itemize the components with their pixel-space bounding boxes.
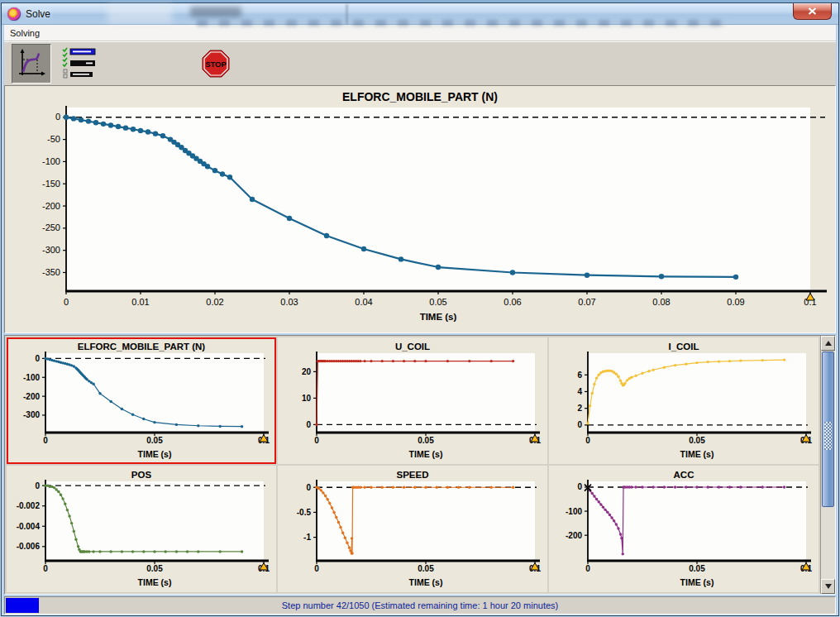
svg-text:0: 0 — [306, 419, 311, 428]
svg-text:-200: -200 — [23, 391, 40, 400]
svg-text:0.02: 0.02 — [206, 297, 223, 307]
svg-text:TIME (s): TIME (s) — [420, 312, 457, 322]
svg-text:0: 0 — [577, 420, 582, 429]
chart-speed: 0-0.5-100.050.1SPEEDTIME (s) — [280, 469, 545, 590]
svg-text:2: 2 — [577, 404, 582, 413]
svg-text:0: 0 — [64, 297, 69, 307]
svg-text:-50: -50 — [47, 134, 60, 144]
thumbnail-i_coil[interactable]: 024600.050.1I_COILTIME (s) — [549, 337, 819, 464]
scroll-down-button[interactable] — [821, 579, 835, 594]
curve-chart-icon — [16, 48, 47, 79]
svg-text:0.06: 0.06 — [504, 297, 521, 307]
svg-text:0.05: 0.05 — [146, 436, 163, 445]
svg-text:0: 0 — [35, 481, 40, 490]
curve-display-button[interactable] — [12, 44, 51, 84]
scroll-up-button[interactable] — [821, 336, 835, 351]
status-text: Step number 42/1050 (Estimated remaining… — [5, 597, 835, 614]
svg-text:0.09: 0.09 — [727, 297, 744, 307]
scroll-up-icon — [825, 341, 832, 346]
chart-pos: 0-0.002-0.004-0.00600.050.1POSTIME (s) — [9, 469, 274, 590]
svg-text:0: 0 — [55, 112, 60, 122]
svg-text:-100: -100 — [566, 506, 582, 515]
svg-text:-300: -300 — [42, 245, 60, 255]
svg-text:-0.002: -0.002 — [17, 501, 41, 510]
svg-text:U_COIL: U_COIL — [395, 342, 430, 352]
svg-text:SPEED: SPEED — [397, 470, 429, 480]
svg-text:POS: POS — [131, 470, 152, 480]
close-icon — [808, 7, 817, 15]
svg-text:0.05: 0.05 — [429, 297, 446, 307]
svg-text:ACC: ACC — [674, 470, 694, 480]
status-bar: Step number 42/1050 (Estimated remaining… — [4, 596, 836, 615]
svg-text:TIME (s): TIME (s) — [409, 449, 443, 459]
thumbnail-acc[interactable]: 0-100-20000.050.1ACCTIME (s) — [549, 466, 819, 592]
svg-text:TIME (s): TIME (s) — [680, 449, 714, 459]
screen: { "window": { "title": "Solve" }, "menu"… — [0, 0, 840, 617]
app-icon — [7, 7, 21, 21]
title-bar[interactable]: Solve — [2, 3, 838, 25]
svg-text:0: 0 — [585, 436, 590, 445]
svg-text:0.04: 0.04 — [355, 297, 372, 307]
svg-text:ELFORC_MOBILE_PART (N): ELFORC_MOBILE_PART (N) — [342, 90, 498, 103]
svg-text:TIME (s): TIME (s) — [680, 577, 714, 587]
svg-text:TIME (s): TIME (s) — [138, 449, 172, 459]
svg-text:-200: -200 — [42, 201, 60, 211]
svg-text:0: 0 — [577, 482, 582, 491]
thumbnail-elforc[interactable]: 0-100-200-30000.050.1ELFORC_MOBILE_PART … — [7, 337, 276, 464]
background-window-glimpse — [190, 7, 241, 17]
window-title: Solve — [26, 8, 50, 20]
svg-text:0.05: 0.05 — [689, 436, 705, 445]
menu-bar: Solving — [4, 25, 836, 41]
svg-text:0: 0 — [43, 436, 48, 445]
scrollbar-track[interactable] — [821, 508, 835, 579]
svg-text:0.05: 0.05 — [418, 436, 434, 445]
background-window-glimpse — [346, 4, 348, 24]
vertical-scrollbar[interactable] — [820, 336, 835, 594]
curve-list-icon — [61, 46, 98, 81]
svg-text:0.05: 0.05 — [146, 564, 163, 573]
svg-text:-350: -350 — [42, 267, 60, 277]
svg-text:0: 0 — [43, 564, 48, 573]
svg-text:4: 4 — [577, 386, 582, 395]
main-chart-panel: 0-50-100-150-200-250-300-35000.010.020.0… — [4, 85, 836, 333]
stop-label: STOP — [205, 60, 227, 69]
svg-text:0: 0 — [35, 353, 40, 362]
svg-text:TIME (s): TIME (s) — [138, 577, 172, 587]
svg-text:0.05: 0.05 — [689, 564, 705, 573]
svg-text:-150: -150 — [42, 179, 60, 189]
chart-u_coil: 0102000.050.1U_COILTIME (s) — [280, 341, 545, 462]
svg-text:0: 0 — [306, 482, 311, 491]
chart-elforc-main: 0-50-100-150-200-250-300-35000.010.020.0… — [7, 88, 833, 331]
svg-text:0: 0 — [314, 436, 319, 445]
thumbnail-pos[interactable]: 0-0.002-0.004-0.00600.050.1POSTIME (s) — [7, 466, 276, 592]
svg-text:-300: -300 — [23, 410, 40, 419]
chart-elforc: 0-100-200-30000.050.1ELFORC_MOBILE_PART … — [9, 341, 274, 462]
close-button[interactable] — [793, 3, 832, 20]
svg-text:-100: -100 — [42, 156, 60, 166]
scroll-down-icon — [825, 584, 832, 589]
svg-text:0.07: 0.07 — [578, 297, 595, 307]
curve-list-button[interactable] — [58, 45, 101, 83]
svg-text:-250: -250 — [42, 222, 60, 232]
thumbnail-panel: 0-100-200-30000.050.1ELFORC_MOBILE_PART … — [4, 335, 836, 595]
svg-text:0.03: 0.03 — [280, 297, 298, 307]
stop-button[interactable]: STOP — [202, 50, 230, 78]
chart-i_coil: 024600.050.1I_COILTIME (s) — [551, 341, 816, 462]
svg-text:0.05: 0.05 — [418, 564, 434, 573]
scrollbar-thumb[interactable] — [822, 352, 834, 507]
svg-text:-1: -1 — [303, 533, 311, 542]
menu-item-solving[interactable]: Solving — [4, 26, 45, 40]
thumbnail-speed[interactable]: 0-0.5-100.050.1SPEEDTIME (s) — [278, 466, 547, 592]
solve-window: Solve Solving — [1, 2, 839, 616]
svg-text:6: 6 — [577, 370, 582, 379]
svg-text:-0.004: -0.004 — [17, 521, 41, 530]
svg-text:ELFORC_MOBILE_PART (N): ELFORC_MOBILE_PART (N) — [78, 342, 206, 352]
svg-text:-200: -200 — [566, 530, 582, 539]
thumbnail-u_coil[interactable]: 0102000.050.1U_COILTIME (s) — [278, 337, 547, 464]
svg-text:0: 0 — [585, 564, 590, 573]
svg-text:-0.5: -0.5 — [297, 507, 312, 516]
background-window-glimpse — [107, 5, 172, 23]
toolbar: STOP — [4, 41, 836, 85]
svg-text:10: 10 — [302, 393, 312, 402]
svg-text:20: 20 — [302, 366, 312, 375]
